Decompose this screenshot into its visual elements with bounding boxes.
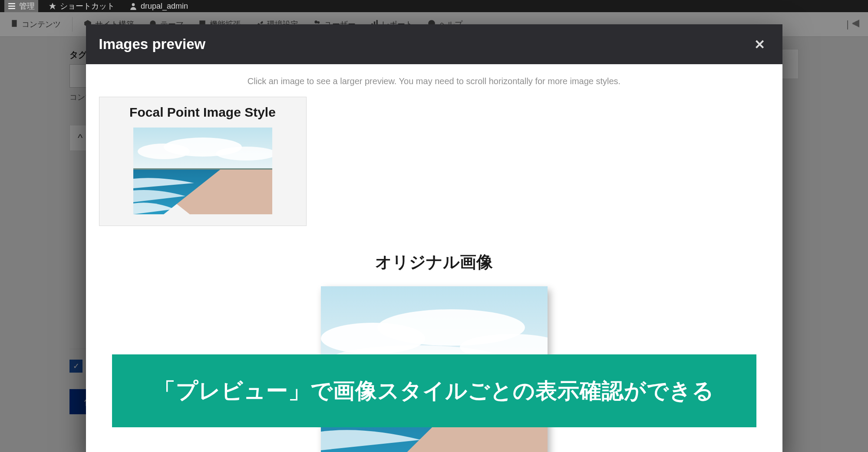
modal-body: Click an image to see a larger preview. … <box>86 64 782 452</box>
beach-thumbnail-icon <box>133 128 272 214</box>
modal-title: Images preview <box>99 36 206 52</box>
svg-point-0 <box>132 3 135 6</box>
user-label: drupal_admin <box>141 2 188 11</box>
user-icon <box>129 2 137 10</box>
shortcuts-menu[interactable]: ショートカット <box>44 0 119 12</box>
annotation-banner: 「プレビュー」で画像スタイルごとの表示確認ができる <box>112 354 756 427</box>
style-preview-image[interactable] <box>133 128 272 214</box>
manage-label: 管理 <box>19 1 35 11</box>
hamburger-icon <box>8 2 16 10</box>
original-image-title: オリジナル画像 <box>99 251 769 273</box>
image-style-card: Focal Point Image Style <box>99 97 307 226</box>
admin-topbar: 管理 ショートカット drupal_admin <box>0 0 868 12</box>
svg-rect-14 <box>133 168 272 170</box>
star-icon <box>49 2 56 10</box>
modal-header: Images preview ✕ <box>86 24 782 64</box>
user-menu[interactable]: drupal_admin <box>125 0 192 12</box>
modal-close-button[interactable]: ✕ <box>750 34 769 55</box>
image-style-title: Focal Point Image Style <box>108 105 297 120</box>
images-preview-modal: Images preview ✕ Click an image to see a… <box>86 24 782 452</box>
manage-menu[interactable]: 管理 <box>4 0 38 12</box>
modal-hint: Click an image to see a larger preview. … <box>99 76 769 86</box>
close-icon: ✕ <box>754 37 765 52</box>
shortcuts-label: ショートカット <box>60 1 115 11</box>
annotation-text: 「プレビュー」で画像スタイルごとの表示確認ができる <box>154 377 714 406</box>
